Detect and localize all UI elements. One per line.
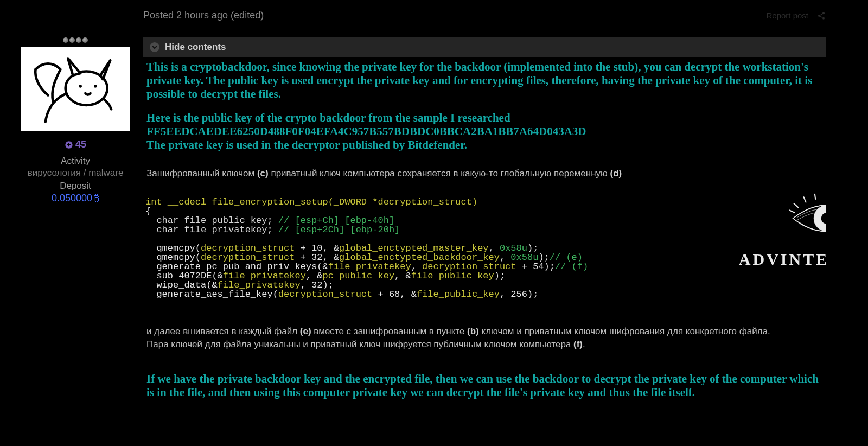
svg-point-9 (821, 212, 826, 224)
spoiler-label: Hide contents (165, 42, 226, 53)
pip-icon (82, 37, 88, 43)
post-header: Posted 2 hours ago (edited) Report post (143, 10, 826, 21)
svg-point-6 (94, 85, 97, 88)
highlighted-paragraph-1: This is a cryptobackdoor, since knowing … (143, 57, 826, 165)
highlighted-paragraph-2: If we have the private backdoor key and … (143, 370, 826, 402)
rank-pips (13, 37, 138, 43)
post-actions: Report post (766, 11, 826, 20)
svg-point-5 (79, 85, 82, 88)
pip-icon (69, 37, 75, 43)
chevron-down-icon (150, 42, 159, 52)
svg-point-8 (814, 206, 826, 231)
report-post-link[interactable]: Report post (766, 11, 808, 20)
post-body: Hide contents This is a cryptobackdoor, … (143, 37, 826, 402)
user-sidebar: 45 Activity вирусология / malware Deposi… (13, 37, 138, 402)
plain-paragraph-2: и далее вшивается в каждый файл (e) вмес… (143, 323, 826, 354)
posted-timestamp[interactable]: Posted 2 hours ago (edited) (143, 10, 264, 21)
activity-label: Activity (13, 156, 138, 167)
pip-icon (76, 37, 81, 43)
svg-point-2 (822, 17, 825, 19)
watermark-text: ADVINTEL (733, 251, 826, 267)
plain-paragraph-1: Зашифрованный ключом (c) приватный ключ … (143, 165, 826, 183)
deposit-label: Deposit (13, 181, 138, 192)
post-container: Posted 2 hours ago (edited) Report post (7, 4, 832, 407)
pip-icon (63, 37, 68, 43)
code-block: int __cdecl file_encryption_setup(_DWORD… (143, 183, 826, 323)
plus-circle-icon (65, 141, 73, 149)
activity-value: вирусология / malware (13, 168, 138, 179)
deposit-value[interactable]: 0.050000 ₿ (13, 193, 138, 204)
spoiler-toggle[interactable]: Hide contents (143, 37, 826, 57)
highlight-text: Here is the public key of the crypto bac… (146, 111, 822, 152)
reputation-value: 45 (75, 139, 86, 150)
reputation[interactable]: 45 (13, 139, 138, 150)
highlight-text: If we have the private backdoor key and … (146, 372, 822, 399)
svg-point-0 (822, 12, 825, 14)
bitcoin-icon: ₿ (94, 193, 99, 204)
watermark: ADVINTEL (733, 183, 826, 286)
share-icon[interactable] (817, 11, 826, 20)
highlight-text: This is a cryptobackdoor, since knowing … (146, 60, 822, 101)
avatar[interactable] (21, 47, 130, 131)
svg-point-1 (818, 15, 820, 17)
